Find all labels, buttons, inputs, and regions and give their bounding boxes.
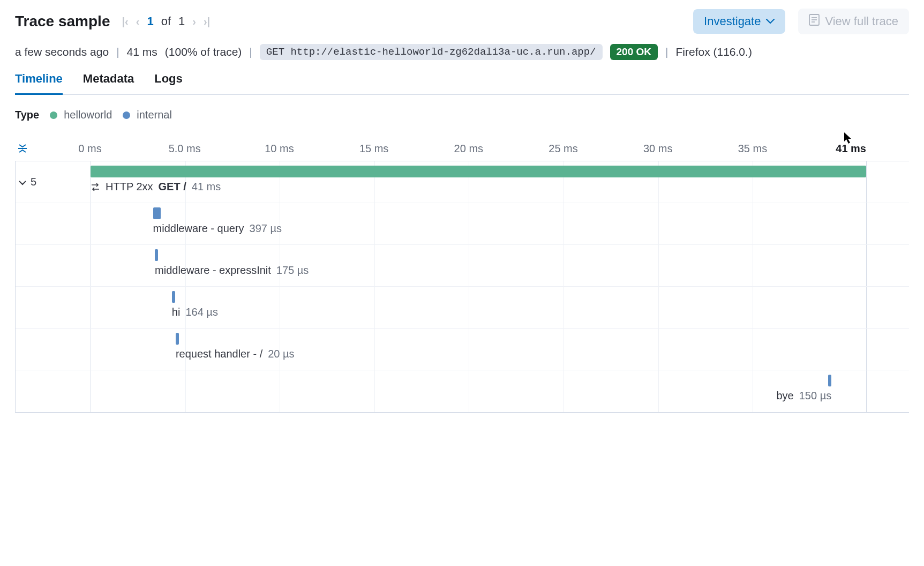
chevron-down-icon <box>766 17 775 26</box>
span-area: HTTP 2xxGET /41 ms <box>91 161 866 203</box>
pager: |‹ ‹ 1 of 1 › ›| <box>122 14 210 28</box>
legend-dot <box>123 111 130 119</box>
span-bar[interactable] <box>153 207 161 219</box>
span-bar[interactable] <box>155 249 158 261</box>
waterfall: 5HTTP 2xxGET /41 msmiddleware - query397… <box>15 161 909 413</box>
meta-agent: Firefox (116.0.) <box>675 46 752 58</box>
document-icon <box>809 14 820 29</box>
axis-tick: 10 ms <box>265 143 294 155</box>
separator: | <box>116 46 119 58</box>
span-name: middleware - expressInit <box>155 264 271 277</box>
pager-of-label: of <box>161 14 171 28</box>
span-area: middleware - expressInit175 µs <box>91 245 866 286</box>
legend: Type helloworld internal <box>15 109 909 121</box>
span-gutter <box>16 329 91 370</box>
span-prefix: HTTP 2xx <box>106 181 153 193</box>
span-name: hi <box>172 306 181 318</box>
span-name: bye <box>776 390 793 402</box>
investigate-button[interactable]: Investigate <box>693 9 785 34</box>
tab-metadata[interactable]: Metadata <box>83 72 134 95</box>
axis-tick: 30 ms <box>643 143 672 155</box>
axis-tick: 15 ms <box>359 143 388 155</box>
tab-timeline[interactable]: Timeline <box>15 72 63 95</box>
view-full-trace-button[interactable]: View full trace <box>798 9 909 34</box>
span-area: middleware - query397 µs <box>91 203 866 244</box>
span-gutter <box>16 245 91 286</box>
timeline-axis: 0 ms5.0 ms10 ms15 ms20 ms25 ms30 ms35 ms… <box>15 136 909 161</box>
page-title: Trace sample <box>15 13 110 30</box>
span-area: bye150 µs <box>91 370 866 412</box>
axis-tick: 20 ms <box>454 143 483 155</box>
span-duration: 164 µs <box>185 306 217 318</box>
legend-dot <box>50 111 57 119</box>
meta-percent: (100% of trace) <box>165 46 242 58</box>
span-duration: 41 ms <box>192 181 221 193</box>
axis-tick: 35 ms <box>738 143 767 155</box>
span-area: hi164 µs <box>91 287 866 328</box>
pager-last-icon[interactable]: ›| <box>204 16 210 28</box>
span-duration: 150 µs <box>799 390 831 402</box>
legend-item-helloworld[interactable]: helloworld <box>50 109 112 121</box>
span-name: GET / <box>159 181 186 193</box>
tab-logs[interactable]: Logs <box>154 72 183 95</box>
span-bar[interactable] <box>828 375 831 386</box>
span-label: request handler - /20 µs <box>176 348 295 360</box>
timeline: 0 ms5.0 ms10 ms15 ms20 ms25 ms30 ms35 ms… <box>15 136 909 413</box>
axis-end-tick: 41 ms <box>836 143 866 155</box>
span-label: middleware - expressInit175 µs <box>155 264 309 277</box>
pager-current: 1 <box>147 14 153 28</box>
span-name: request handler - / <box>176 348 262 360</box>
span-duration: 397 µs <box>250 222 282 235</box>
view-full-trace-label: View full trace <box>825 14 898 28</box>
span-gutter: 5 <box>16 161 91 203</box>
chevron-down-icon[interactable] <box>19 176 26 188</box>
span-label: hi164 µs <box>172 306 218 318</box>
legend-text: internal <box>137 109 172 121</box>
pager-next-icon[interactable]: › <box>192 16 196 28</box>
span-row[interactable]: hi164 µs <box>16 287 909 329</box>
pager-total: 1 <box>178 14 185 28</box>
axis-tick: 25 ms <box>549 143 577 155</box>
meta-duration: 41 ms <box>127 46 157 58</box>
axis-tick: 5.0 ms <box>169 143 201 155</box>
span-bar[interactable] <box>91 166 866 177</box>
span-name: middleware - query <box>153 222 244 235</box>
span-duration: 175 µs <box>276 264 309 277</box>
meta-row: a few seconds ago | 41 ms (100% of trace… <box>15 44 909 60</box>
legend-label: Type <box>15 109 39 121</box>
legend-text: helloworld <box>64 109 112 121</box>
pager-prev-icon[interactable]: ‹ <box>136 16 140 28</box>
span-bar[interactable] <box>176 333 179 345</box>
status-badge: 200 OK <box>610 44 658 60</box>
tabs: Timeline Metadata Logs <box>15 72 909 95</box>
span-duration: 20 µs <box>268 348 294 360</box>
collapse-all-icon[interactable] <box>17 143 28 154</box>
span-row[interactable]: middleware - expressInit175 µs <box>16 245 909 287</box>
axis-tick: 0 ms <box>78 143 101 155</box>
span-gutter <box>16 287 91 328</box>
span-count: 5 <box>31 176 36 188</box>
meta-url[interactable]: GET http://elastic-helloworld-zg62dali3a… <box>260 44 603 60</box>
span-row[interactable]: bye150 µs <box>16 370 909 412</box>
pager-first-icon[interactable]: |‹ <box>122 16 128 28</box>
span-row[interactable]: request handler - /20 µs <box>16 329 909 370</box>
separator: | <box>665 46 668 58</box>
span-gutter <box>16 370 91 412</box>
meta-timestamp: a few seconds ago <box>15 46 109 58</box>
span-area: request handler - /20 µs <box>91 329 866 370</box>
span-label: middleware - query397 µs <box>153 222 282 235</box>
span-row[interactable]: 5HTTP 2xxGET /41 ms <box>16 161 909 203</box>
legend-item-internal[interactable]: internal <box>123 109 172 121</box>
span-label: HTTP 2xxGET /41 ms <box>91 181 221 193</box>
header-row: Trace sample |‹ ‹ 1 of 1 › ›| Investigat… <box>15 9 909 34</box>
span-bar[interactable] <box>172 291 175 303</box>
span-label: bye150 µs <box>776 390 831 402</box>
investigate-label: Investigate <box>704 14 761 28</box>
span-row[interactable]: middleware - query397 µs <box>16 203 909 245</box>
span-gutter <box>16 203 91 244</box>
exchange-icon <box>91 183 100 191</box>
separator: | <box>249 46 252 58</box>
